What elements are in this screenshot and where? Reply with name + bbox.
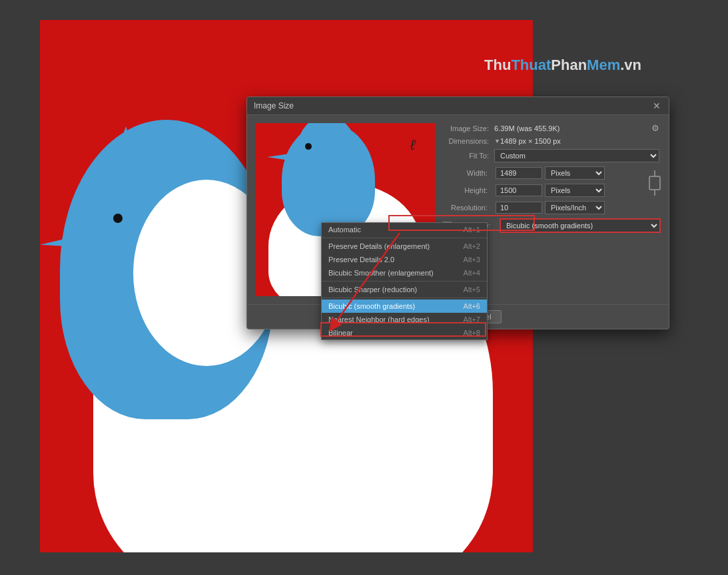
dimensions-label: Dimensions: (444, 137, 494, 145)
watermark-thuat: Thuat (511, 57, 551, 73)
chain-link (649, 166, 661, 197)
watermark-thu: Thu (484, 57, 511, 73)
dropdown-separator-3 (322, 297, 487, 298)
dropdown-item-label: Nearest Neighbor (hard edges) (328, 315, 430, 323)
dropdown-item-label: Bicubic Sharper (reduction) (328, 286, 417, 293)
watermark-phan: Phan (551, 57, 587, 73)
watermark-vn: .vn (620, 57, 641, 73)
fit-to-label: Fit To: (444, 152, 494, 160)
dropdown-item-label: Bicubic (smooth gradients) (328, 302, 415, 310)
image-size-row: Image Size: 6.39M (was 455.9K) ⚙ (443, 123, 661, 133)
preview-bird-eye (305, 143, 312, 150)
resolution-row: Resolution: Pixels/Inch Pixels/cm (443, 201, 661, 214)
dropdown-item-nearest-neighbor[interactable]: Nearest Neighbor (hard edges) Alt+7 (322, 313, 487, 326)
dimensions-inputs: Width: Pixels Inches cm Height: Pi (443, 166, 661, 197)
resolution-input[interactable] (496, 202, 542, 214)
dropdown-separator-2 (322, 281, 487, 282)
dropdown-item-bicubic-smoother[interactable]: Bicubic Smoother (enlargement) Alt+4 (322, 266, 487, 280)
dimensions-row: Dimensions: ▼ 1489 px × 1500 px (443, 137, 661, 145)
width-row: Width: Pixels Inches cm (443, 166, 646, 180)
dropdown-item-bicubic-sharper[interactable]: Bicubic Sharper (reduction) Alt+5 (322, 283, 487, 296)
resolution-label: Resolution: (443, 204, 493, 212)
dropdown-item-preserve-details[interactable]: Preserve Details (enlargement) Alt+2 (322, 240, 487, 253)
dropdown-item-shortcut: Alt+3 (464, 256, 480, 264)
dropdown-item-label: Preserve Details (enlargement) (328, 242, 430, 250)
height-input[interactable] (496, 184, 542, 196)
width-input[interactable] (496, 167, 542, 179)
dropdown-item-shortcut: Alt+1 (464, 226, 480, 234)
dropdown-item-shortcut: Alt+7 (464, 315, 480, 323)
dropdown-item-label: Preserve Details 2.0 (328, 256, 394, 264)
dropdown-item-shortcut: Alt+6 (464, 302, 480, 310)
fit-to-row: Fit To: Custom (443, 149, 661, 162)
fit-to-select[interactable]: Custom (494, 149, 659, 162)
dropdown-item-automatic[interactable]: Automatic Alt+1 (322, 223, 487, 236)
gear-icon[interactable]: ⚙ (651, 123, 659, 133)
width-label: Width: (443, 169, 493, 177)
dialog-titlebar: Image Size ✕ (247, 97, 669, 115)
image-size-value: 6.39M (was 455.9K) (494, 124, 651, 132)
height-unit-select[interactable]: Pixels Inches cm (545, 184, 605, 197)
close-button[interactable]: ✕ (651, 101, 662, 110)
dropdown-item-shortcut: Alt+4 (464, 269, 480, 277)
dropdown-item-label: Automatic (328, 226, 361, 234)
dropdown-item-shortcut: Alt+2 (464, 242, 480, 250)
preview-swirl: ℓ (410, 136, 415, 154)
height-label: Height: (443, 186, 493, 194)
dimensions-value: 1489 px × 1500 px (500, 137, 659, 145)
preview-bird-ear-left (312, 123, 326, 126)
width-unit-select[interactable]: Pixels Inches cm (545, 166, 605, 180)
resample-dropdown-menu: Automatic Alt+1 Preserve Details (enlarg… (321, 222, 488, 340)
resolution-unit-select[interactable]: Pixels/Inch Pixels/cm (545, 201, 605, 214)
watermark-mem: Mem (587, 57, 620, 73)
preview-bird-ear-right (330, 123, 344, 126)
dialog-title: Image Size (254, 101, 294, 110)
dropdown-item-shortcut: Alt+8 (464, 329, 480, 337)
height-row: Height: Pixels Inches cm (443, 184, 646, 197)
dimensions-dropdown-arrow[interactable]: ▼ (494, 138, 500, 144)
dropdown-item-bicubic-smooth[interactable]: Bicubic (smooth gradients) Alt+6 (322, 299, 487, 313)
watermark: ThuThuatPhanMem.vn (484, 57, 641, 74)
dropdown-item-bilinear[interactable]: Bilinear Alt+8 (322, 326, 487, 339)
dropdown-item-label: Bilinear (328, 329, 353, 337)
dropdown-item-shortcut: Alt+5 (464, 286, 480, 293)
dropdown-separator-1 (322, 238, 487, 238)
dropdown-item-preserve-details-2[interactable]: Preserve Details 2.0 Alt+3 (322, 253, 487, 266)
resample-select[interactable]: Bicubic (smooth gradients) Automatic Pre… (500, 218, 661, 233)
dropdown-item-label: Bicubic Smoother (enlargement) (328, 269, 434, 277)
image-size-label: Image Size: (444, 124, 494, 132)
